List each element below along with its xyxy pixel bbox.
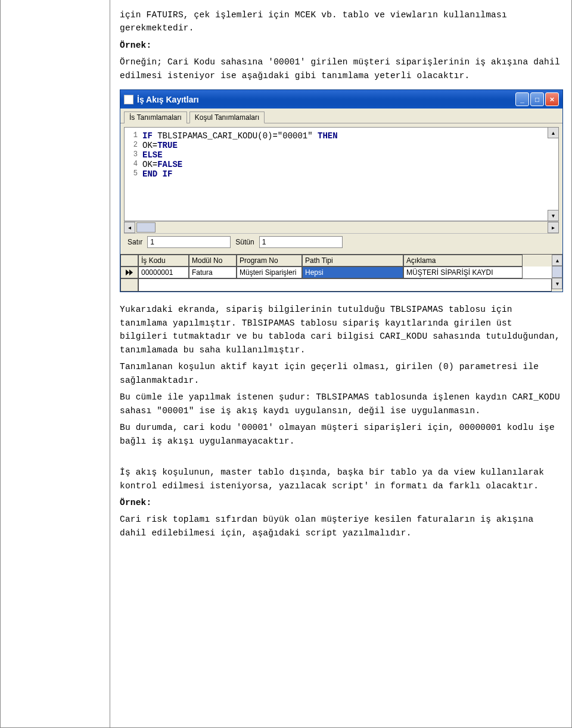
grid-header-program-no[interactable]: Program No [237,255,302,267]
tab-kosul-tanimlamalari[interactable]: Koşul Tanımlamaları [189,111,265,123]
grid-header-is-kodu[interactable]: İş Kodu [138,255,189,267]
editor-status-row: Satır 1 Sütün 1 [124,233,559,250]
line-number: 5 [127,169,138,179]
table-row-empty [120,278,552,292]
line-number: 4 [127,160,138,169]
grid: İş Kodu Modül No Program No Path Tipi Aç… [120,254,562,292]
grid-header: İş Kodu Modül No Program No Path Tipi Aç… [120,255,552,267]
code-line: 4OK=FALSE [127,160,556,169]
paragraph-1: için FATUIRS, çek işlemleri için MCEK vb… [120,8,562,35]
code-text: ELSE [142,150,163,160]
grid-scroll-thumb[interactable] [552,266,562,278]
code-line: 2OK=TRUE [127,141,556,150]
code-editor[interactable]: 1IF TBLSIPAMAS_CARI_KODU(0)="00001" THEN… [124,127,559,221]
grid-scroll-up-icon[interactable]: ▴ [552,255,562,266]
code-line: 5END IF [127,169,556,179]
cell-is-kodu[interactable]: 00000001 [138,267,189,278]
tab-is-tanimlamalari[interactable]: İs Tanımlamaları [124,111,187,123]
code-text: OK=TRUE [142,141,178,150]
example-label-1: Örnek: [120,39,562,52]
scroll-left-icon[interactable]: ◂ [124,222,135,233]
grid-header-modul-no[interactable]: Modül No [189,255,237,267]
window-is-akis: İş Akış Kayıtları _ □ × İs Tanımlamaları… [120,89,563,292]
code-text: IF TBLSIPAMAS_CARI_KODU(0)="00001" THEN [142,131,338,141]
grid-header-aciklama[interactable]: Açıklama [403,255,523,267]
example-label-2: Örnek: [120,496,562,509]
maximize-button[interactable]: □ [530,92,544,106]
code-text: END IF [142,169,172,179]
line-number: 3 [127,150,138,160]
line-number: 2 [127,141,138,150]
scroll-track[interactable] [135,222,548,233]
row-indicator-icon[interactable] [120,267,138,278]
cell-modul-no[interactable]: Fatura [189,267,237,278]
content-column: için FATUIRS, çek işlemleri için MCEK vb… [110,0,571,727]
minimize-button[interactable]: _ [515,92,529,106]
scroll-right-icon[interactable]: ▸ [548,222,559,233]
window-title: İş Akış Kayıtları [137,95,199,104]
window-app-icon [124,95,133,104]
satir-input[interactable]: 1 [147,236,231,248]
scroll-thumb[interactable] [136,222,156,233]
table-row[interactable]: 00000001 Fatura Müşteri Siparişleri Heps… [120,267,552,278]
line-number: 1 [127,131,138,141]
paragraph-4: Tanımlanan koşulun aktif kayıt için geçe… [120,360,562,387]
cell-program-no[interactable]: Müşteri Siparişleri [237,267,302,278]
editor-scroll-down-icon[interactable]: ▾ [548,210,559,221]
grid-header-path-tipi[interactable]: Path Tipi [302,255,403,267]
sutun-label: Sütün [235,238,254,246]
paragraph-7: İş akış koşulunun, master tablo dışında,… [120,466,562,492]
editor-area: 1IF TBLSIPAMAS_CARI_KODU(0)="00001" THEN… [120,123,562,254]
tabs-row: İs Tanımlamaları Koşul Tanımlamaları [120,109,562,123]
grid-vscroll[interactable]: ▴ ▾ [552,255,562,292]
paragraph-6: Bu durumda, cari kodu '00001' olmayan mü… [120,421,562,448]
editor-scroll-up-icon[interactable]: ▴ [548,127,559,138]
code-text: OK=FALSE [142,160,182,169]
cell-aciklama[interactable]: MÜŞTERİ SİPARİŞİ KAYDI [403,267,523,278]
cell-path-tipi[interactable]: Hepsi [302,267,403,278]
grid-scroll-down-icon[interactable]: ▾ [552,278,562,289]
grid-corner [120,255,138,267]
paragraph-8: Cari risk toplamı sıfırdan büyük olan mü… [120,513,562,540]
paragraph-3: Yukarıdaki ekranda, sipariş bilgilerinin… [120,303,562,357]
editor-hscroll[interactable]: ◂ ▸ [124,221,559,233]
window-titlebar[interactable]: İş Akış Kayıtları _ □ × [120,90,562,109]
close-button[interactable]: × [545,92,559,106]
code-line: 1IF TBLSIPAMAS_CARI_KODU(0)="00001" THEN [127,131,556,141]
left-margin-column [1,0,110,727]
sutun-input[interactable]: 1 [259,236,343,248]
paragraph-2: Örneğin; Cari Kodu sahasına '00001' giri… [120,55,562,82]
paragraph-5: Bu cümle ile yapılmak istenen şudur: TBL… [120,391,562,417]
code-line: 3ELSE [127,150,556,160]
satir-label: Satır [128,238,142,246]
